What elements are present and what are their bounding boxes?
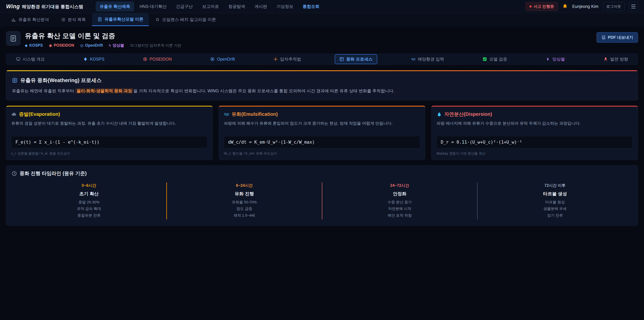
timeline-phase-time: 24~72시간	[324, 183, 475, 188]
subtab-label: 유출유 확산분석	[18, 17, 49, 22]
nav-item-hns-air-diffusion[interactable]: HNS·대기확산	[136, 2, 170, 12]
tab-opendrift[interactable]: OpenDrift	[206, 55, 240, 64]
weathering-intro-body: 유출유 풍화(Weathering) 프로세스 유출유는 해면에 유출된 직후부…	[6, 71, 638, 100]
page-icon-box	[6, 31, 20, 46]
nav-item-aerial-search[interactable]: 항공탐색	[224, 2, 249, 12]
nav-item-emergency-rescue[interactable]: 긴급구난	[172, 2, 197, 12]
nav-item-integrated-search[interactable]: 통합조회	[298, 2, 323, 12]
tab-poseidon[interactable]: POSEIDON	[138, 55, 176, 64]
cloud-icon	[11, 112, 16, 117]
timeline-phase-item: 생물분해 우세	[480, 205, 630, 212]
timeline-phase-name: 타르볼 생성	[480, 191, 630, 197]
tab-label: POSEIDON	[150, 57, 172, 62]
logout-button[interactable]: 로그아웃	[603, 2, 624, 11]
bell-icon	[562, 4, 568, 10]
tab-label: 입자추적법	[280, 56, 301, 62]
weathering-intro-card: 유출유 풍화(Weathering) 프로세스 유출유는 해면에 유출된 직후부…	[6, 70, 638, 100]
timeline-phase-item: 장기 잔류	[480, 212, 630, 219]
subtab-oil-fence-algorithm[interactable]: 오일펜스 배치 알고리즘 이론	[150, 13, 221, 26]
process-card-grid: 증발(Evaporation) 유류의 경질 성분이 대기로 증발하는 과정. …	[6, 106, 638, 160]
timeline-phase-item: 체적 1.5~4배	[169, 212, 320, 219]
nav-item-oil-spill-prediction[interactable]: 유출유 확산예측	[96, 2, 134, 12]
process-card-desc: 파랑에 의해 해수가 유류에 혼입되어 점도가 크게 증가하는 현상. 방제 작…	[224, 120, 420, 133]
incident-status-badge[interactable]: 사고 진행중	[526, 2, 558, 11]
process-card-note: x_i: 성분별 몰분율 / k_ei: 증발 속도상수	[11, 151, 208, 156]
model-badge-row: ◆ KOSPS ◉ POSEIDON ◎ OpenDrift ϟ 앙상블 라그랑…	[25, 43, 181, 48]
badge-label: KOSPS	[29, 43, 43, 48]
logo-wing-text: Wing	[6, 3, 20, 10]
timeline-phase-name: 안정화	[324, 191, 475, 197]
process-card-desc: 파랑 에너지에 의해 유류가 수중으로 분산되어 유막 두께가 감소하는 과정입…	[436, 120, 633, 133]
tab-label: OpenDrift	[217, 57, 235, 62]
topbar-right: 사고 진행중 Eunjeong Kim 로그아웃	[526, 2, 638, 11]
bolt-icon: ϟ	[109, 43, 111, 48]
page-title-block: 유출유 확산 모델 이론 및 검증 ◆ KOSPS ◉ POSEIDON ◎ O…	[25, 31, 181, 48]
badge-label: OpenDrift	[85, 43, 103, 48]
badge-opendrift: ◎ OpenDrift	[80, 43, 103, 48]
tab-kosps[interactable]: KOSPS	[78, 55, 109, 64]
timeline-phase-item: 자연분해 시작	[324, 205, 475, 212]
grid-chart-icon	[340, 57, 344, 61]
desc-before: 유출유는 해면에 유출된 직후부터	[12, 88, 75, 93]
tab-system-overview[interactable]: 시스템 개요	[11, 54, 50, 64]
pdf-button-label: PDF 내보내기	[608, 35, 633, 40]
rocket-icon	[604, 57, 608, 61]
tab-label: 풍화 프로세스	[346, 56, 372, 62]
timeline-phase-item: 해안 표착 위험	[324, 212, 475, 219]
lightning-icon	[546, 57, 550, 61]
alert-dot-icon	[530, 5, 532, 8]
desc-highlight: 물리-화학-생물학적 풍화 과정	[75, 88, 134, 94]
tab-particle-tracking[interactable]: 입자추적법	[269, 54, 306, 64]
timeline-grid: 0~6시간 초기 확산 증발 20-30% 유막 급속 확대 중질유분 잔류 6…	[12, 182, 632, 220]
hamburger-menu-button[interactable]	[629, 2, 638, 11]
tab-marine-environment-input[interactable]: 해양환경 입력	[406, 54, 449, 64]
subtab-analysis-list[interactable]: 분석 목록	[55, 13, 91, 26]
process-card-dispersion: 자연분산(Dispersion) 파랑 에너지에 의해 유류가 수중으로 분산되…	[431, 106, 638, 160]
hamburger-icon	[631, 5, 636, 5]
book-icon	[98, 17, 102, 22]
weathering-section-title: 유출유 풍화(Weathering) 프로세스	[20, 77, 102, 84]
circle-dot-icon	[143, 57, 148, 61]
tab-ensemble[interactable]: 앙상블	[541, 54, 570, 64]
tab-label: 모델 검증	[489, 56, 507, 62]
timeline-phase-name: 유화 진행	[169, 191, 320, 197]
badge-ensemble: ϟ 앙상블	[109, 43, 124, 48]
timeline-phase-name: 초기 확산	[14, 191, 164, 197]
nav-item-reports[interactable]: 보고자료	[198, 2, 223, 12]
timeline-title: 풍화 진행 타임라인 (원유 기준)	[20, 170, 87, 177]
particle-target-icon	[273, 57, 278, 61]
emulsification-formula: dW_c/dt = K_em·U_w²·(1-W_c/W_max)	[224, 136, 420, 148]
wave-icon	[224, 112, 229, 117]
timeline-phase-item: 증발 20-30%	[14, 199, 164, 206]
subtab-model-theory[interactable]: 유출유확산모델 이론	[92, 13, 149, 26]
check-square-icon	[482, 57, 487, 61]
subtab-spill-analysis[interactable]: 유출유 확산분석	[6, 13, 54, 26]
process-card-title-row: 자연분산(Dispersion)	[436, 111, 633, 118]
nav-item-weather-info[interactable]: 기상정보	[272, 2, 297, 12]
incident-badge-label: 사고 진행중	[534, 4, 554, 9]
notification-bell-button[interactable]	[562, 4, 568, 10]
app-title: 해양환경 위기대응 통합시스템	[22, 4, 83, 10]
tab-future-direction[interactable]: 발전 방향	[599, 54, 633, 64]
pdf-export-button[interactable]: PDF 내보내기	[596, 32, 638, 43]
timeline-phase-item: 중질유분 잔류	[14, 212, 164, 219]
pdf-icon	[602, 35, 606, 40]
timeline-phase-emulsification: 6~24시간 유화 진행 유화율 50-70% 점도 급증 체적 1.5~4배	[167, 182, 322, 220]
user-name[interactable]: Eunjeong Kim	[572, 4, 598, 9]
process-card-emulsification: 유화(Emulsification) 파랑에 의해 해수가 유류에 혼입되어 점…	[219, 106, 425, 160]
document-icon	[10, 35, 17, 42]
desc-after: 을 거쳐 지속적으로 특성이 변화합니다. WING 시스템은 주요 풍화 프로…	[133, 88, 394, 93]
timeline-phase-item: 수중 분산 증가	[324, 199, 475, 206]
dispersion-formula: D_r = 0.11·(U_w+U_c)²·(1+U_w)⁻¹	[436, 136, 633, 148]
tab-weathering-process[interactable]: 풍화 프로세스	[335, 54, 377, 64]
timeline-phase-initial-spread: 0~6시간 초기 확산 증발 20-30% 유막 급속 확대 중질유분 잔류	[12, 182, 166, 220]
tab-model-validation[interactable]: 모델 검증	[478, 54, 512, 64]
document-lines-icon	[12, 78, 18, 83]
monitor-icon	[16, 57, 20, 61]
droplet-icon	[436, 112, 442, 117]
weathering-timeline-card: 풍화 진행 타임라인 (원유 기준) 0~6시간 초기 확산 증발 20-30%…	[6, 165, 638, 226]
nav-item-board[interactable]: 게시판	[250, 2, 271, 12]
weathering-description: 유출유는 해면에 유출된 직후부터 물리-화학-생물학적 풍화 과정을 거쳐 지…	[12, 88, 632, 94]
diamond-icon: ◆	[25, 43, 28, 48]
main-nav: 유출유 확산예측 HNS·대기확산 긴급구난 보고자료 항공탐색 게시판 기상정…	[96, 2, 323, 12]
